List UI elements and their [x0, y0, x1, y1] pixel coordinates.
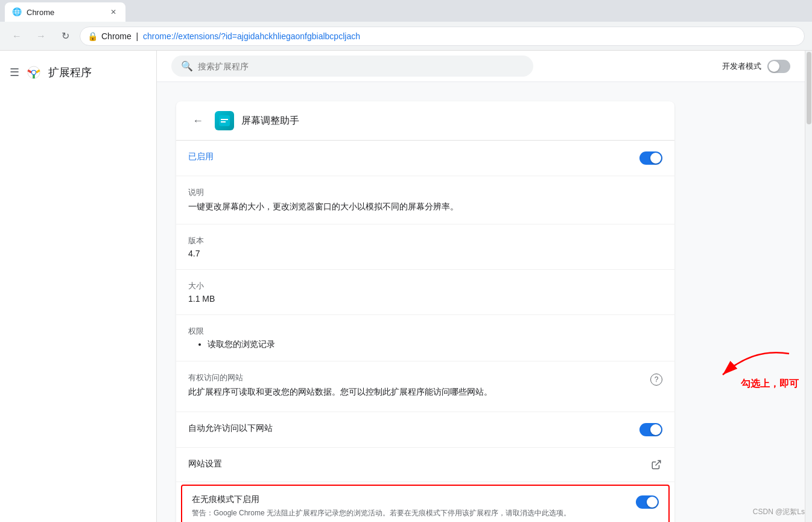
tab-close-button[interactable]: ✕	[109, 7, 118, 17]
svg-line-6	[656, 460, 661, 465]
size-row: 大小 1.1 MB	[176, 270, 674, 315]
enabled-toggle[interactable]	[639, 151, 662, 165]
chrome-logo-icon	[27, 65, 41, 80]
permissions-content: 权限 读取您的浏览记录	[188, 326, 662, 350]
version-value: 4.7	[188, 249, 662, 258]
permission-item: 读取您的浏览记录	[208, 339, 662, 350]
browser-tab[interactable]: 🌐 Chrome ✕	[5, 2, 125, 22]
version-row: 版本 4.7	[176, 224, 674, 270]
site-settings-content: 网站设置	[188, 459, 650, 469]
annotation-text: 勾选上，即可	[741, 378, 799, 390]
tab-bar: 🌐 Chrome ✕	[0, 0, 812, 22]
site-access-content: 有权访问的网站 此扩展程序可读取和更改您的网站数据。您可以控制此扩展程序能访问哪…	[188, 372, 650, 401]
auto-allow-toggle[interactable]	[639, 423, 662, 436]
incognito-toggle-knob	[647, 497, 658, 508]
search-bar[interactable]: 🔍	[171, 56, 533, 77]
site-access-desc: 此扩展程序可读取和更改您的网站数据。您可以控制此扩展程序能访问哪些网站。	[188, 386, 650, 398]
description-row: 说明 一键更改屏幕的大小，更改浏览器窗口的大小以模拟不同的屏幕分辨率。	[176, 176, 674, 224]
incognito-warning: 警告：Google Chrome 无法阻止扩展程序记录您的浏览活动。若要在无痕模…	[192, 508, 626, 518]
hamburger-menu-icon[interactable]: ☰	[10, 66, 19, 79]
extension-detail-card: ← 屏幕调整助手	[176, 101, 674, 522]
search-input[interactable]	[198, 62, 524, 71]
description-text: 一键更改屏幕的大小，更改浏览器窗口的大小以模拟不同的屏幕分辨率。	[188, 200, 662, 213]
url-text: Chrome | chrome://extensions/?id=ajgidah…	[101, 31, 360, 41]
security-icon: 🔒	[87, 31, 98, 41]
incognito-row: 在无痕模式下启用 警告：Google Chrome 无法阻止扩展程序记录您的浏览…	[182, 486, 668, 522]
site-settings-link-icon[interactable]	[650, 459, 662, 471]
sidebar-title: 扩展程序	[48, 65, 92, 80]
tab-title: Chrome	[27, 8, 54, 17]
sidebar-header: ☰ 扩展程序	[0, 60, 156, 84]
incognito-toggle[interactable]	[636, 495, 659, 509]
enabled-label: 已启用	[188, 151, 214, 161]
size-value: 1.1 MB	[188, 294, 662, 304]
enabled-toggle-knob	[650, 153, 661, 164]
auto-allow-row: 自动允许访问以下网站	[176, 412, 674, 448]
reload-button[interactable]: ↻	[56, 27, 75, 46]
dev-mode-toggle[interactable]	[767, 60, 790, 73]
back-button[interactable]: ←	[188, 111, 208, 130]
browser-toolbar: ← → ↻ 🔒 Chrome | chrome://extensions/?id…	[0, 22, 812, 51]
site-access-row: 有权访问的网站 此扩展程序可读取和更改您的网站数据。您可以控制此扩展程序能访问哪…	[176, 361, 674, 412]
back-arrow-icon: ←	[192, 115, 203, 127]
back-button[interactable]: ←	[7, 27, 27, 46]
auto-allow-content: 自动允许访问以下网站	[188, 423, 639, 434]
version-label: 版本	[188, 235, 662, 246]
enabled-row: 已启用	[176, 141, 674, 176]
scrollbar-thumb[interactable]	[807, 52, 811, 124]
address-bar[interactable]: 🔒 Chrome | chrome://extensions/?id=ajgid…	[80, 27, 805, 46]
forward-button[interactable]: →	[31, 27, 51, 46]
search-bar-container: 🔍 开发者模式	[157, 51, 805, 82]
extension-icon	[215, 111, 234, 130]
incognito-label: 在无痕模式下启用	[192, 494, 626, 505]
help-icon[interactable]: ?	[650, 374, 662, 386]
incognito-content: 在无痕模式下启用 警告：Google Chrome 无法阻止扩展程序记录您的浏览…	[192, 494, 626, 518]
extension-header: ← 屏幕调整助手	[176, 101, 674, 141]
size-label: 大小	[188, 281, 662, 291]
version-content: 版本 4.7	[188, 235, 662, 258]
csdn-watermark: CSDN @泥絮Ls	[753, 507, 805, 517]
enabled-content: 已启用	[188, 151, 639, 162]
scrollbar-area	[805, 51, 812, 522]
description-content: 说明 一键更改屏幕的大小，更改浏览器窗口的大小以模拟不同的屏幕分辨率。	[188, 187, 662, 213]
browser-content: ☰ 扩展程序 🔍	[0, 51, 812, 522]
dev-mode-label: 开发者模式	[722, 61, 761, 72]
site-settings-row: 网站设置	[176, 448, 674, 482]
annotation-area: 勾选上，即可	[705, 342, 799, 390]
description-label: 说明	[188, 187, 662, 198]
site-access-label: 有权访问的网站	[188, 372, 650, 383]
size-content: 大小 1.1 MB	[188, 281, 662, 304]
svg-rect-5	[221, 121, 226, 123]
site-settings-label: 网站设置	[188, 459, 222, 468]
auto-allow-label: 自动允许访问以下网站	[188, 423, 273, 433]
permissions-row: 权限 读取您的浏览记录	[176, 315, 674, 361]
dev-mode-toggle-knob	[769, 61, 779, 72]
svg-rect-3	[219, 115, 230, 126]
sidebar: ☰ 扩展程序	[0, 51, 157, 522]
dev-mode-area: 开发者模式	[722, 60, 790, 73]
auto-allow-toggle-knob	[650, 424, 661, 435]
browser-frame: 🌐 Chrome ✕ ← → ↻ 🔒 Chrome | chrome://ext…	[0, 0, 812, 522]
incognito-section: 在无痕模式下启用 警告：Google Chrome 无法阻止扩展程序记录您的浏览…	[181, 485, 670, 522]
tab-favicon: 🌐	[12, 7, 22, 17]
search-icon: 🔍	[181, 60, 193, 72]
extension-name: 屏幕调整助手	[241, 115, 299, 127]
svg-rect-4	[221, 119, 228, 120]
main-content: 🔍 开发者模式 ←	[157, 51, 805, 522]
permissions-label: 权限	[188, 326, 662, 337]
url-highlight: chrome://extensions/?id=ajgidahckhliegao…	[143, 31, 360, 41]
svg-point-2	[32, 71, 36, 74]
